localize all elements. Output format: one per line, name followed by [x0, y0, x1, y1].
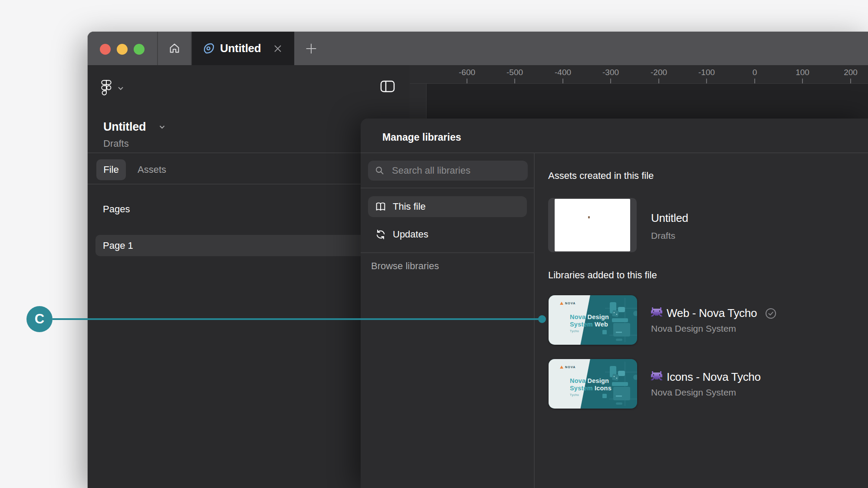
page-item-label: Page 1 [103, 240, 133, 251]
check-circle-icon [765, 307, 777, 320]
tab-close-button[interactable] [270, 41, 285, 56]
card-footer-text: Tycho [570, 330, 579, 333]
asset-file-location: Drafts [651, 231, 675, 241]
ruler-label: -500 [506, 68, 523, 77]
ruler-label: -300 [602, 68, 619, 77]
traffic-light-minimize[interactable] [117, 44, 128, 55]
ruler-label: -400 [555, 68, 571, 77]
figma-logo-icon [101, 79, 112, 97]
card-title-text: Nova Design System Web [570, 313, 609, 328]
library-row-web[interactable]: NOVA Nova Design System Web Tycho [549, 295, 868, 345]
tab-untitled[interactable]: Untitled [192, 32, 294, 65]
ruler-tick [802, 79, 803, 83]
nova-logo-icon [560, 302, 563, 305]
ruler-tick [658, 79, 659, 83]
libraries-section-heading: Libraries added to this file [548, 270, 657, 281]
ruler-label: 100 [796, 68, 809, 77]
traffic-light-zoom[interactable] [134, 44, 145, 55]
tab-title: Untitled [220, 42, 261, 55]
ruler-vertical [410, 84, 427, 119]
ruler-label: -200 [651, 68, 667, 77]
thumbnail-object-dot [588, 216, 590, 218]
ruler-tick [467, 79, 467, 83]
library-subtitle: Nova Design System [651, 387, 736, 398]
dialog-column-divider [534, 153, 535, 488]
chevron-down-icon [159, 124, 165, 130]
home-icon [168, 42, 181, 56]
file-thumbnail [548, 198, 637, 252]
figma-file-icon [202, 42, 216, 55]
file-name: Untitled [103, 120, 146, 134]
library-title: Web - Nova Tycho [667, 307, 757, 320]
figma-menu-button[interactable] [101, 79, 124, 97]
card-footer-text: Tycho [570, 393, 579, 396]
ruler-label: 0 [753, 68, 757, 77]
search-input[interactable] [391, 165, 523, 177]
canvas [426, 84, 868, 119]
card-brand: NOVA [560, 302, 576, 305]
book-icon [375, 201, 387, 213]
file-thumbnail-canvas [555, 199, 630, 251]
nav-item-updates[interactable]: Updates [368, 224, 527, 245]
callout-letter: C [35, 311, 44, 327]
library-title: Icons - Nova Tycho [667, 370, 761, 384]
titlebar-divider [157, 32, 158, 65]
chevron-down-icon [118, 85, 124, 92]
tab-file-label: File [96, 159, 126, 180]
nav-item-this-file[interactable]: This file [368, 196, 527, 217]
panel-toggle-icon [380, 80, 395, 94]
browse-libraries-link[interactable]: Browse libraries [371, 260, 439, 272]
ruler-label: 200 [844, 68, 858, 77]
ruler-tick [562, 79, 563, 83]
pages-header: Pages [103, 204, 130, 215]
nav-divider [361, 188, 534, 188]
page-item[interactable] [95, 235, 406, 256]
ruler-label: -100 [698, 68, 715, 77]
nav-divider [361, 252, 534, 253]
library-row-icons[interactable]: NOVA Nova Design System Icons Tycho [549, 359, 868, 409]
callout-endpoint-dot [538, 315, 546, 323]
card-brand: NOVA [560, 366, 576, 369]
alien-emoji-icon [651, 307, 662, 320]
ruler-border [410, 83, 868, 84]
ruler-tick [850, 79, 851, 83]
callout-label: C [26, 306, 53, 332]
ruler-tick [754, 79, 755, 83]
file-name-button[interactable]: Untitled [103, 120, 165, 134]
search-icon [375, 165, 385, 176]
tab-assets[interactable]: Assets [135, 159, 168, 180]
library-subtitle: Nova Design System [651, 323, 736, 334]
dialog-header-divider [361, 152, 868, 153]
library-thumbnail: NOVA Nova Design System Icons Tycho [549, 359, 637, 409]
library-thumbnail: NOVA Nova Design System Web Tycho [549, 295, 637, 345]
assets-section-heading: Assets created in this file [548, 170, 654, 181]
ruler-tick [706, 79, 707, 83]
home-button[interactable] [162, 37, 187, 60]
sync-icon [375, 228, 387, 241]
ruler-tick [514, 79, 515, 83]
asset-file-title: Untitled [651, 211, 688, 225]
ruler-tick [610, 79, 611, 83]
panel-toggle-button[interactable] [377, 76, 398, 97]
alien-emoji-icon [651, 371, 662, 383]
nav-item-label: Updates [393, 229, 428, 240]
traffic-light-close[interactable] [100, 44, 111, 55]
callout-line [53, 318, 539, 320]
card-title-text: Nova Design System Icons [570, 377, 612, 392]
new-tab-button[interactable] [301, 39, 321, 58]
nav-item-label: This file [393, 201, 426, 212]
nova-logo-icon [560, 366, 563, 369]
file-location: Drafts [103, 138, 129, 149]
search-box [368, 161, 528, 181]
ruler-label: -600 [459, 68, 475, 77]
dialog-title: Manage libraries [382, 132, 461, 143]
